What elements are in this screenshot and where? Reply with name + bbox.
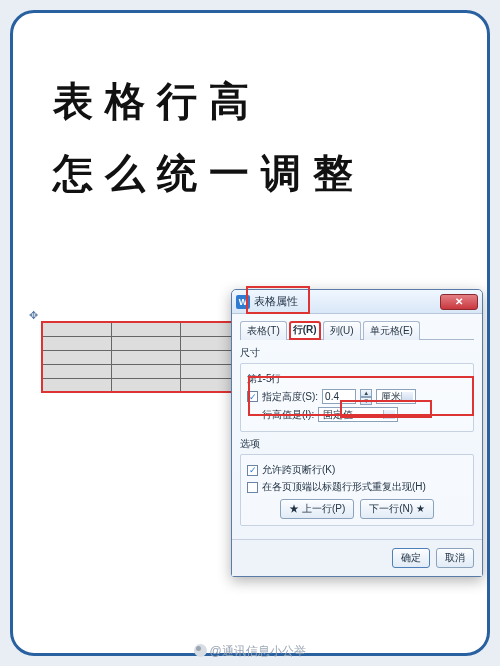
watermark-text: @通讯信息小公举 [209,644,305,658]
size-section-label: 尺寸 [240,346,474,360]
table-properties-dialog: W 表格属性 ✕ 表格(T) 行(R) 列(U) 单元格(E) 尺寸 第1-5行… [231,289,483,577]
repeat-header-checkbox[interactable] [247,482,258,493]
check-icon: ✓ [249,465,257,475]
row-height-is-label: 行高值是(I): [262,408,314,422]
repeat-header-label: 在各页顶端以标题行形式重复出现(H) [262,480,426,494]
spin-down-icon[interactable]: ▼ [360,397,372,405]
tab-cell[interactable]: 单元格(E) [363,321,420,340]
table-anchor-icon[interactable]: ✥ [27,309,39,321]
prev-row-button[interactable]: ★ 上一行(P) [280,499,354,519]
watermark: @通讯信息小公举 [0,643,500,660]
options-group: ✓ 允许跨页断行(K) 在各页顶端以标题行形式重复出现(H) ★ 上一行(P) … [240,454,474,526]
paw-icon [194,644,207,657]
specify-height-checkbox[interactable]: ✓ [247,391,258,402]
tab-table[interactable]: 表格(T) [240,321,287,340]
dialog-title: 表格属性 [254,294,298,309]
size-group: 第1-5行 ✓ 指定高度(S): 0.4 ▲▼ 厘米 行高值是(I): 固定值 [240,363,474,432]
height-unit-value: 厘米 [381,390,401,404]
chevron-down-icon [386,413,392,417]
chevron-down-icon [404,395,410,399]
options-section-label: 选项 [240,437,474,451]
table-row [42,364,250,378]
table-row [42,322,250,336]
row-height-mode-value: 固定值 [323,408,353,422]
headline-line1: 表格行高 [53,65,447,137]
dialog-body: 表格(T) 行(R) 列(U) 单元格(E) 尺寸 第1-5行 ✓ 指定高度(S… [232,314,482,539]
specify-height-label: 指定高度(S): [262,390,318,404]
spin-up-icon[interactable]: ▲ [360,389,372,397]
check-icon: ✓ [249,392,257,402]
specify-height-row: ✓ 指定高度(S): 0.4 ▲▼ 厘米 [247,389,467,404]
allow-break-label: 允许跨页断行(K) [262,463,335,477]
close-icon: ✕ [455,296,463,307]
height-value-input[interactable]: 0.4 [322,389,356,404]
tab-strip: 表格(T) 行(R) 列(U) 单元格(E) [240,320,474,340]
table-row [42,350,250,364]
ok-button[interactable]: 确定 [392,548,430,568]
rows-range-label: 第1-5行 [247,372,467,386]
dialog-titlebar[interactable]: W 表格属性 ✕ [232,290,482,314]
table-row [42,378,250,392]
height-spinner[interactable]: ▲▼ [360,389,372,404]
headline: 表格行高 怎么统一调整 [53,65,447,209]
word-table-preview: ✥ [41,321,251,393]
tab-row[interactable]: 行(R) [289,321,321,340]
next-row-button[interactable]: 下一行(N) ★ [360,499,434,519]
row-height-mode-row: 行高值是(I): 固定值 [247,407,467,422]
app-icon: W [236,295,250,309]
height-unit-select[interactable]: 厘米 [376,389,416,404]
close-button[interactable]: ✕ [440,294,478,310]
headline-line2: 怎么统一调整 [53,137,447,209]
card-frame: 表格行高 怎么统一调整 ✥ W 表格属性 ✕ 表格(T) 行(R) 列(U) 单… [10,10,490,656]
cancel-button[interactable]: 取消 [436,548,474,568]
table-row [42,336,250,350]
dialog-footer: 确定 取消 [232,539,482,576]
sample-table[interactable] [41,321,251,393]
tab-column[interactable]: 列(U) [323,321,361,340]
row-height-mode-select[interactable]: 固定值 [318,407,398,422]
allow-break-checkbox[interactable]: ✓ [247,465,258,476]
